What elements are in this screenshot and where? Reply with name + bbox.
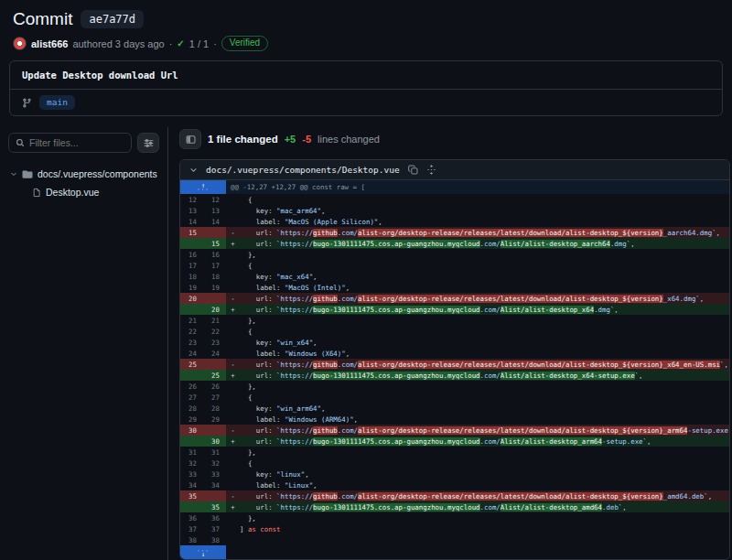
file-path[interactable]: docs/.vuepress/components/Desktop.vue bbox=[206, 165, 400, 175]
new-line-number[interactable]: 20 bbox=[203, 304, 226, 315]
copy-path-button[interactable] bbox=[408, 165, 418, 175]
new-line-number[interactable]: 28 bbox=[203, 403, 226, 414]
new-line-number[interactable]: 34 bbox=[203, 479, 226, 490]
old-line-number[interactable]: 18 bbox=[180, 271, 203, 282]
old-line-number[interactable]: 26 bbox=[180, 381, 203, 392]
old-line-number[interactable]: 16 bbox=[180, 249, 203, 260]
authored-text: authored 3 days ago bbox=[72, 38, 164, 49]
old-line-number[interactable] bbox=[180, 370, 203, 381]
new-line-number[interactable]: 30 bbox=[203, 436, 226, 447]
old-line-number[interactable]: 21 bbox=[180, 315, 203, 326]
new-line-number[interactable]: 36 bbox=[203, 512, 226, 523]
code-line: }, bbox=[240, 382, 729, 391]
old-line-number[interactable] bbox=[180, 304, 203, 315]
new-line-number[interactable]: 13 bbox=[203, 205, 226, 216]
diff-row-context: 2727 { bbox=[180, 392, 729, 403]
old-line-number[interactable]: 25 bbox=[180, 359, 203, 370]
new-line-number[interactable]: 26 bbox=[203, 381, 226, 392]
old-line-number[interactable]: 31 bbox=[180, 447, 203, 458]
new-line-number[interactable]: 35 bbox=[203, 501, 226, 512]
old-line-number[interactable]: 22 bbox=[180, 326, 203, 337]
new-line-number[interactable]: 15 bbox=[203, 238, 226, 249]
expand-down-button[interactable]: ··· ↓ bbox=[180, 545, 226, 559]
code-line: url: `https://bugo-1301111475.cos.ap-gua… bbox=[240, 437, 729, 446]
title-row: Commit ae7a77d bbox=[9, 7, 723, 29]
new-line-number[interactable]: 21 bbox=[203, 315, 226, 326]
separator-dot: · bbox=[213, 38, 217, 49]
old-line-number[interactable] bbox=[180, 501, 203, 512]
old-line-number[interactable]: 34 bbox=[180, 479, 203, 490]
commit-sha[interactable]: ae7a77d bbox=[81, 10, 144, 28]
new-line-number[interactable]: 16 bbox=[203, 249, 226, 260]
new-line-number[interactable]: 24 bbox=[203, 348, 226, 359]
new-line-number[interactable]: 14 bbox=[203, 216, 226, 227]
old-line-number[interactable]: 19 bbox=[180, 282, 203, 293]
new-line-number[interactable]: 12 bbox=[203, 194, 226, 205]
old-line-number[interactable]: 20 bbox=[180, 293, 203, 304]
new-line-number[interactable]: 17 bbox=[203, 260, 226, 271]
old-line-number[interactable]: 15 bbox=[180, 227, 203, 238]
new-line-number[interactable]: 25 bbox=[203, 370, 226, 381]
old-line-number[interactable]: 35 bbox=[180, 490, 203, 501]
author-name[interactable]: alist666 bbox=[31, 38, 68, 49]
verified-badge[interactable]: Verified bbox=[221, 36, 268, 51]
old-line-number[interactable] bbox=[180, 238, 203, 249]
old-line-number[interactable]: 29 bbox=[180, 414, 203, 425]
old-line-number[interactable]: 17 bbox=[180, 260, 203, 271]
old-line-number[interactable]: 28 bbox=[180, 403, 203, 414]
new-line-number[interactable] bbox=[203, 293, 226, 304]
code-line: { bbox=[240, 459, 729, 468]
toggle-file-tree-button[interactable] bbox=[179, 129, 201, 149]
old-line-number[interactable]: 27 bbox=[180, 392, 203, 403]
diff-row-context: 2121 }, bbox=[180, 315, 729, 326]
new-line-number[interactable]: 29 bbox=[203, 414, 226, 425]
collapse-file-button[interactable] bbox=[189, 166, 198, 174]
old-line-number[interactable]: 33 bbox=[180, 468, 203, 479]
diff-row-context: 1818 key: "mac_x64", bbox=[180, 271, 729, 282]
old-line-number[interactable]: 13 bbox=[180, 205, 203, 216]
code-line: ] as const bbox=[240, 525, 729, 533]
new-line-number[interactable]: 37 bbox=[203, 523, 226, 534]
old-line-number[interactable]: 30 bbox=[180, 425, 203, 436]
code-line: { bbox=[240, 328, 729, 336]
unfold-icon bbox=[426, 165, 436, 175]
diff-row-context: 3333 key: "linux", bbox=[180, 468, 729, 479]
new-line-number[interactable]: 38 bbox=[203, 534, 226, 545]
code-line: url: `https://github.com/alist-org/deskt… bbox=[240, 361, 729, 369]
checks-count[interactable]: 1 / 1 bbox=[189, 38, 209, 49]
diff-row-context: 2222 { bbox=[180, 326, 729, 337]
filter-files-input[interactable] bbox=[29, 137, 124, 148]
old-line-number[interactable]: 37 bbox=[180, 523, 203, 534]
new-line-number[interactable]: 31 bbox=[203, 447, 226, 458]
tree-file-row[interactable]: Desktop.vue bbox=[30, 183, 159, 201]
code-line: url: `https://github.com/alist-org/deskt… bbox=[240, 295, 729, 303]
new-line-number[interactable] bbox=[203, 359, 226, 370]
new-line-number[interactable]: 23 bbox=[203, 337, 226, 348]
expand-all-hunks-button[interactable] bbox=[426, 165, 436, 175]
old-line-number[interactable]: 12 bbox=[180, 194, 203, 205]
expand-up-button[interactable]: ↑ ··· bbox=[180, 180, 226, 194]
new-line-number[interactable]: 32 bbox=[203, 458, 226, 468]
new-line-number[interactable]: 19 bbox=[203, 282, 226, 293]
new-line-number[interactable] bbox=[203, 425, 226, 436]
tree-folder-row[interactable]: docs/.vuepress/components bbox=[8, 165, 159, 183]
old-line-number[interactable]: 38 bbox=[180, 534, 203, 545]
new-line-number[interactable] bbox=[203, 227, 226, 238]
old-line-number[interactable]: 32 bbox=[180, 458, 203, 468]
old-line-number[interactable]: 36 bbox=[180, 512, 203, 523]
new-line-number[interactable]: 27 bbox=[203, 392, 226, 403]
diff-row-context: 3838 bbox=[180, 534, 729, 545]
old-line-number[interactable]: 23 bbox=[180, 337, 203, 348]
old-line-number[interactable] bbox=[180, 436, 203, 447]
new-line-number[interactable]: 33 bbox=[203, 468, 226, 479]
code-line: { bbox=[240, 262, 729, 270]
avatar[interactable] bbox=[13, 37, 27, 50]
old-line-number[interactable]: 14 bbox=[180, 216, 203, 227]
hunk-header-text: @@ -12,27 +12,27 @@ const raw = [ bbox=[226, 183, 729, 191]
old-line-number[interactable]: 24 bbox=[180, 348, 203, 359]
new-line-number[interactable]: 18 bbox=[203, 271, 226, 282]
tree-options-button[interactable] bbox=[137, 133, 159, 153]
new-line-number[interactable]: 22 bbox=[203, 326, 226, 337]
new-line-number[interactable] bbox=[203, 490, 226, 501]
branch-link[interactable]: main bbox=[39, 95, 75, 110]
